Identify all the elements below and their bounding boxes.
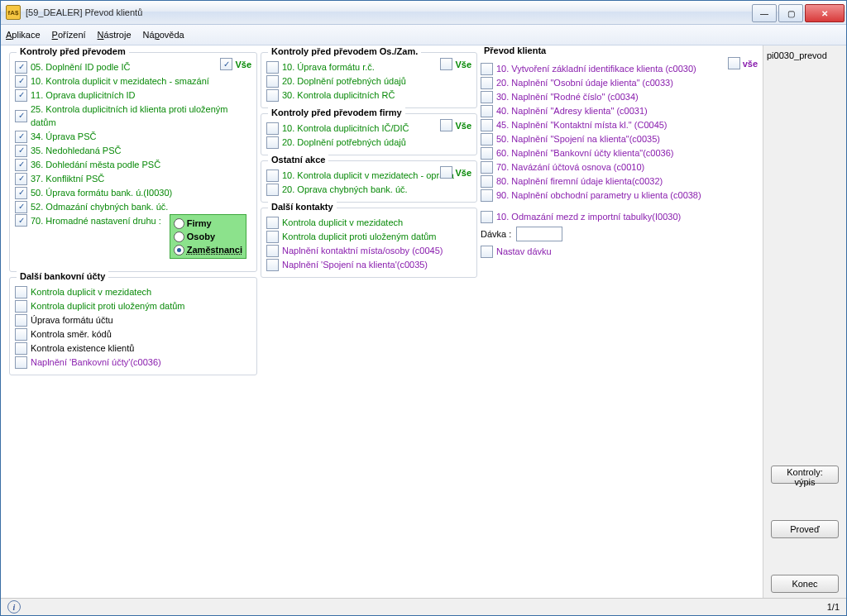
group-kontroly-firmy: Kontroly před převodem firmy Vše 10. Kon…: [261, 113, 477, 155]
checkbox-g1-7[interactable]: [15, 173, 27, 185]
checkbox-g1-5[interactable]: [15, 145, 27, 157]
label-g1-70: 70. Hromadné nastavení druhu :: [31, 214, 161, 227]
label-vse-g5: Vše: [455, 168, 471, 178]
label-vse-g7: vše: [743, 59, 758, 69]
checkbox-g1-70[interactable]: [15, 214, 27, 227]
checkbox-g7-2[interactable]: [481, 91, 493, 103]
radio-druh-block: Firmy Osoby Zaměstnanci: [170, 214, 246, 259]
checkbox-vse-g7[interactable]: [728, 57, 740, 69]
checkbox-nastav-davku[interactable]: [481, 246, 493, 258]
checkbox-g1-4[interactable]: [15, 131, 27, 143]
menu-nastroje-label: ástroje: [104, 30, 132, 40]
label-g2-2: Úprava formátu účtu: [31, 313, 113, 327]
app-icon: fA$: [6, 5, 21, 20]
label-g2-5: Naplnění 'Bankovní účty'(c0036): [31, 356, 161, 369]
group-title: Další kontakty: [268, 202, 337, 212]
checkbox-g1-0[interactable]: [15, 61, 27, 74]
maximize-button[interactable]: ▢: [778, 4, 803, 22]
label-g6-2: Naplnění kontaktní místa/osoby (c0045): [282, 244, 443, 257]
radio-zamestnanci[interactable]: [174, 245, 184, 255]
checkbox-g3-1[interactable]: [266, 75, 279, 88]
checkbox-g1-1[interactable]: [15, 75, 27, 88]
radio-firmy-label: Firmy: [187, 217, 212, 230]
label-g1-6: 36. Dohledání města podle PSČ: [31, 158, 160, 171]
checkbox-g2-0[interactable]: [15, 286, 27, 298]
radio-zamestnanci-label: Zaměstnanci: [187, 243, 242, 256]
label-g2-3: Kontrola směr. kódů: [31, 327, 112, 341]
label-g4-1: 20. Doplnění potřebných údajů: [282, 136, 406, 149]
checkbox-g7-5[interactable]: [481, 133, 493, 146]
label-g7-4: 45. Naplnění "Kontaktní místa kl." (C004…: [496, 118, 668, 131]
label-vse-g3: Vše: [455, 60, 471, 69]
group-title: Kontroly před převodem firmy: [268, 107, 405, 117]
checkbox-g7-9[interactable]: [481, 189, 493, 202]
group-title: Kontroly před převodem Os./Zam.: [268, 46, 421, 56]
button-konec[interactable]: Konec: [771, 575, 839, 593]
label-g6-0: Kontrola duplicit v mezidatech: [282, 216, 403, 229]
checkbox-g1-6[interactable]: [15, 159, 27, 171]
checkbox-g7-4[interactable]: [481, 119, 493, 131]
button-kontroly-vypis[interactable]: Kontroly: výpis: [771, 466, 839, 484]
checkbox-g7-6[interactable]: [481, 147, 493, 160]
label-g7-8: 80. Naplnění firemní údaje klienta(c0032…: [496, 174, 663, 188]
checkbox-vse-g5[interactable]: [440, 166, 452, 179]
menu-porizeni[interactable]: Pořízení: [52, 30, 86, 40]
button-proved[interactable]: Proveď: [771, 520, 839, 538]
menu-napoveda[interactable]: Nápověda: [143, 30, 184, 40]
checkbox-g2-1[interactable]: [15, 300, 27, 313]
radio-osoby[interactable]: [174, 232, 184, 242]
checkbox-g2-4[interactable]: [15, 342, 27, 355]
checkbox-g7-7[interactable]: [481, 161, 493, 174]
checkbox-g4-1[interactable]: [266, 136, 279, 149]
label-g1-4: 34. Úprava PSČ: [31, 130, 96, 143]
checkbox-g7-0[interactable]: [481, 63, 493, 75]
label-g7-7: 70. Navázání účtová osnova (c0010): [496, 160, 644, 174]
checkbox-g2-5[interactable]: [15, 356, 27, 369]
checkbox-g3-0[interactable]: [266, 61, 279, 74]
checkbox-g4-0[interactable]: [266, 122, 279, 135]
label-g1-5: 35. Nedohledaná PSČ: [31, 144, 121, 157]
info-icon[interactable]: i: [7, 600, 21, 614]
checkbox-vse-g3[interactable]: [440, 58, 452, 70]
checkbox-g1-2[interactable]: [15, 89, 27, 102]
checkbox-g3-2[interactable]: [266, 89, 279, 102]
radio-firmy[interactable]: [174, 218, 184, 229]
checkbox-vse-g4[interactable]: [440, 119, 452, 131]
checkbox-odmazani-mezd[interactable]: [481, 211, 493, 223]
menu-aplikace[interactable]: Aplikace: [6, 30, 41, 40]
checkbox-g5-0[interactable]: [266, 170, 279, 182]
checkbox-g1-8[interactable]: [15, 187, 27, 199]
checkbox-g7-1[interactable]: [481, 77, 493, 89]
label-g1-2: 11. Oprava duplicitních ID: [31, 88, 136, 102]
label-g4-0: 10. Kontrola duplicitních IČ/DIČ: [282, 122, 409, 135]
checkbox-g6-2[interactable]: [266, 245, 279, 257]
menubar: Aplikace Pořízení Nástroje Nápověda: [1, 25, 846, 45]
input-davka[interactable]: [516, 227, 562, 241]
minimize-button[interactable]: —: [752, 4, 777, 22]
checkbox-g2-3[interactable]: [15, 328, 27, 341]
checkbox-g6-0[interactable]: [266, 217, 279, 229]
label-g7-3: 40. Naplnění "Adresy klienta" (c0031): [496, 104, 648, 117]
checkbox-vse-g1[interactable]: [220, 58, 232, 70]
group-kontroly-os-zam: Kontroly před převodem Os./Zam. Vše 10. …: [261, 52, 477, 108]
label-g7-1: 20. Naplnění "Osobní údaje klienta" (c00…: [496, 76, 673, 89]
checkbox-g7-3[interactable]: [481, 105, 493, 117]
label-g7-9: 90. Naplnění obchodní parametry u klient…: [496, 189, 701, 202]
label-g2-0: Kontrola duplicit v mezidatech: [31, 285, 151, 298]
checkbox-g2-2[interactable]: [15, 314, 27, 327]
checkbox-g6-1[interactable]: [266, 231, 279, 243]
checkbox-g1-3[interactable]: [15, 110, 27, 122]
group-prevod-klienta: Převod klienta vše 10. Vytvoření základn…: [481, 52, 759, 264]
close-button[interactable]: ✕: [805, 4, 845, 22]
checkbox-g7-8[interactable]: [481, 175, 493, 188]
label-g2-4: Kontrola existence klientů: [31, 341, 134, 355]
right-pane: pi0030_prevod Kontroly: výpis Proveď Kon…: [763, 45, 846, 598]
checkbox-g1-9[interactable]: [15, 201, 27, 213]
checkbox-g5-1[interactable]: [266, 184, 279, 196]
checkbox-g6-3[interactable]: [266, 259, 279, 271]
group-dalsi-kontakty: Další kontakty Kontrola duplicit v mezid…: [261, 208, 477, 278]
menu-nastroje[interactable]: Nástroje: [98, 30, 132, 40]
label-odmazani-mezd: 10. Odmazání mezd z importní tabulky(I00…: [496, 210, 681, 223]
group-title: Další bankovní účty: [17, 271, 108, 281]
label-vse-g1: Vše: [235, 60, 251, 69]
